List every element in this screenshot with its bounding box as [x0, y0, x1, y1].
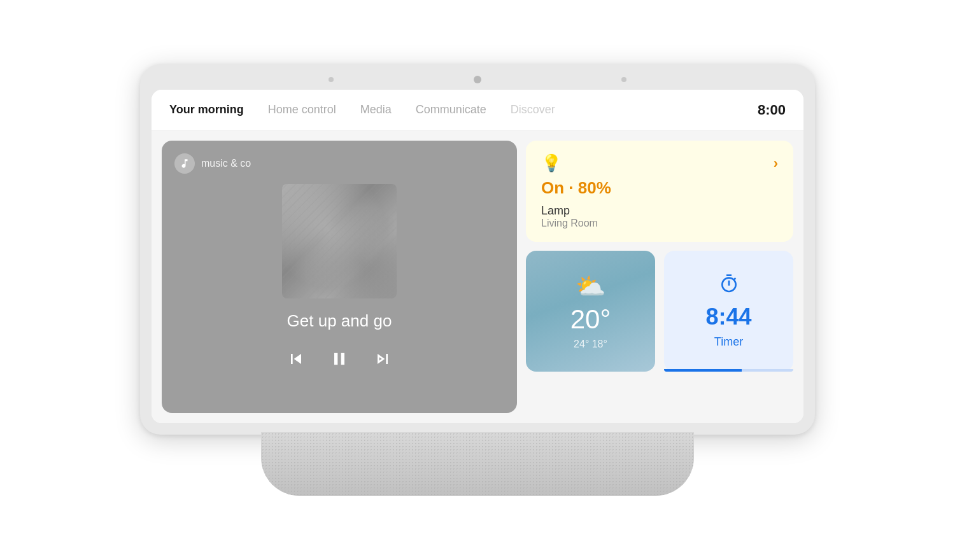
- tab-media[interactable]: Media: [360, 101, 392, 119]
- song-title: Get up and go: [287, 311, 392, 331]
- weather-temperature: 20°: [570, 304, 611, 335]
- device-body: Your morning Home control Media Communic…: [140, 64, 815, 435]
- skip-prev-icon: [286, 349, 306, 369]
- speaker-base: [261, 432, 694, 496]
- weather-card[interactable]: ⛅ 20° 24° 18°: [526, 251, 655, 372]
- stopwatch-icon: [719, 274, 739, 294]
- camera-dot: [474, 76, 481, 83]
- tab-your-morning[interactable]: Your morning: [169, 101, 244, 119]
- pause-icon: [329, 349, 350, 369]
- tab-communicate[interactable]: Communicate: [416, 101, 486, 119]
- tab-discover[interactable]: Discover: [511, 101, 555, 119]
- left-dot: [329, 77, 334, 82]
- timer-progress-bar: [664, 369, 793, 372]
- timer-icon: [719, 274, 739, 298]
- right-dot: [621, 77, 626, 82]
- screen: Your morning Home control Media Communic…: [152, 90, 803, 423]
- tab-home-control[interactable]: Home control: [268, 101, 336, 119]
- prev-button[interactable]: [286, 349, 306, 369]
- lamp-name: Lamp: [541, 204, 778, 218]
- right-column: 💡 › On · 80% Lamp Living Room ⛅ 20°: [526, 141, 793, 413]
- music-source: music & co: [201, 158, 251, 169]
- timer-progress-fill: [664, 369, 742, 372]
- speaker-fabric-texture: [261, 432, 694, 496]
- music-icon: [174, 153, 195, 174]
- timer-label: Timer: [714, 335, 743, 349]
- lamp-room: Living Room: [541, 218, 778, 229]
- lamp-card-header: 💡 ›: [541, 153, 778, 173]
- lamp-icon: 💡: [541, 153, 562, 173]
- timer-card[interactable]: 8:44 Timer: [664, 251, 793, 372]
- device-top-dots: [152, 76, 803, 83]
- timer-time: 8:44: [705, 304, 751, 330]
- pause-button[interactable]: [329, 349, 350, 369]
- bottom-row: ⛅ 20° 24° 18° 8:44 Ti: [526, 251, 793, 372]
- album-art: [282, 184, 397, 298]
- main-content: music & co Get up and go: [152, 130, 803, 423]
- lamp-status: On · 80%: [541, 178, 778, 198]
- next-button[interactable]: [372, 349, 393, 369]
- google-nest-hub: Your morning Home control Media Communic…: [140, 64, 815, 496]
- weather-icon: ⛅: [576, 272, 605, 300]
- playback-controls: [286, 349, 393, 369]
- skip-next-icon: [372, 349, 393, 369]
- weather-range: 24° 18°: [574, 339, 607, 350]
- music-note-icon: [179, 158, 190, 169]
- music-header: music & co: [174, 153, 251, 174]
- nav-bar: Your morning Home control Media Communic…: [152, 90, 803, 130]
- lamp-card[interactable]: 💡 › On · 80% Lamp Living Room: [526, 141, 793, 242]
- music-card[interactable]: music & co Get up and go: [162, 141, 517, 413]
- lamp-chevron-right-icon[interactable]: ›: [774, 155, 778, 172]
- clock: 8:00: [758, 102, 786, 118]
